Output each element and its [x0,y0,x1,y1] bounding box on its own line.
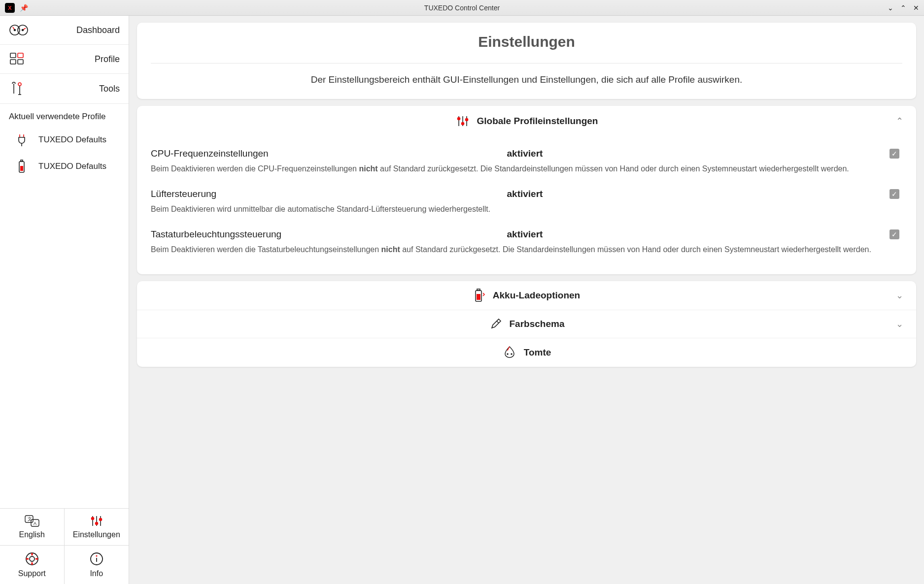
dashboard-icon [9,23,31,37]
minimize-button[interactable]: ⌄ [888,4,893,12]
battery-icon [15,159,29,174]
setting-value: aktiviert [507,148,863,159]
svg-point-27 [96,555,97,557]
sidebar-item-label: Tools [99,84,120,94]
setting-label: Tastaturbeleuchtungssteuerung [151,229,507,240]
settings-label: Einstellungen [73,530,120,539]
sidebar: Dashboard Profile Tools Aktuell verwende… [0,16,129,584]
global-section-title: Globale Profileinstellungen [477,116,598,127]
tools-icon [9,81,31,97]
paintbrush-icon [489,317,503,331]
sidebar-section-label: Aktuell verwendete Profile [0,104,129,127]
sliders-icon [455,115,470,128]
page-description: Der Einstellungsbereich enthält GUI-Eins… [137,64,916,99]
svg-text:文: 文 [28,517,32,521]
svg-point-23 [99,519,102,521]
info-label: Info [90,569,103,578]
settings-button[interactable]: Einstellungen [65,509,129,546]
support-icon [25,552,39,566]
global-profile-settings-card: Globale Profileinstellungen ⌃ CPU-Freque… [137,106,916,274]
pin-icon[interactable]: 📌 [20,4,28,12]
sidebar-item-dashboard[interactable]: Dashboard [0,16,129,45]
svg-point-5 [22,30,24,31]
language-button[interactable]: 文A English [0,509,65,546]
svg-point-22 [95,522,98,525]
svg-point-4 [14,30,16,31]
info-icon [89,552,104,566]
profile-item-battery[interactable]: TUXEDO Defaults [0,153,129,180]
info-button[interactable]: Info [65,546,129,584]
battery-charge-icon [473,288,486,303]
setting-description: Beim Deaktivieren wird unmittelbar die a… [151,203,902,222]
sidebar-item-label: Dashboard [76,25,120,35]
chevron-down-icon: ⌄ [896,319,903,329]
setting-value: aktiviert [507,189,863,199]
section-label: Tomte [524,347,551,358]
language-label: English [19,530,45,539]
sidebar-item-label: Profile [95,54,120,65]
svg-point-25 [30,556,34,561]
content-area: Einstellungen Der Einstellungsbereich en… [129,16,924,584]
svg-rect-37 [477,294,480,300]
section-label: Farbschema [510,319,565,329]
svg-rect-8 [10,60,16,64]
sliders-icon [89,515,104,527]
setting-label: Lüftersteuerung [151,189,507,199]
svg-point-21 [91,518,94,520]
svg-point-32 [457,118,460,120]
svg-point-38 [507,354,508,355]
page-title: Einstellungen [151,33,902,50]
section-tomte[interactable]: Tomte [137,338,916,367]
svg-point-34 [465,119,468,121]
svg-text:A: A [34,521,36,526]
maximize-button[interactable]: ⌃ [900,4,906,12]
profile-icon [9,52,31,66]
svg-rect-9 [18,60,23,64]
setting-value: aktiviert [507,229,863,240]
section-label: Akku-Ladeoptionen [493,290,580,301]
support-label: Support [18,569,46,578]
chevron-up-icon: ⌃ [896,116,903,127]
sidebar-bottom: 文A English Einstellungen Support [0,508,129,584]
app-icon: X [5,3,15,13]
svg-rect-13 [20,166,23,171]
setting-description: Beim Deaktivieren werden die CPU-Frequen… [151,163,902,182]
tomte-icon [502,345,517,360]
more-sections-card: Akku-Ladeoptionen ⌄ Farbschema ⌄ Tomte [137,281,916,367]
chevron-down-icon: ⌄ [896,290,903,301]
svg-rect-12 [21,160,23,162]
setting-keyboard-lighting: Tastaturbeleuchtungssteuerung aktiviert … [151,222,902,244]
sidebar-item-tools[interactable]: Tools [0,74,129,104]
sidebar-item-profile[interactable]: Profile [0,45,129,74]
svg-rect-36 [477,289,480,291]
svg-point-39 [511,354,512,355]
setting-fan-control: Lüftersteuerung aktiviert ✓ [151,182,902,203]
support-button[interactable]: Support [0,546,65,584]
svg-point-33 [461,123,464,125]
fan-control-checkbox[interactable]: ✓ [890,189,899,199]
close-button[interactable]: ✕ [913,4,919,12]
profile-item-label: TUXEDO Defaults [38,135,106,145]
cpu-freq-checkbox[interactable]: ✓ [890,149,899,159]
profile-item-ac[interactable]: TUXEDO Defaults [0,127,129,153]
svg-rect-6 [10,53,16,58]
header-card: Einstellungen Der Einstellungsbereich en… [137,23,916,99]
svg-point-10 [18,83,21,86]
profile-item-label: TUXEDO Defaults [38,162,106,171]
global-section-header[interactable]: Globale Profileinstellungen ⌃ [137,106,916,136]
plug-icon [15,132,29,147]
setting-label: CPU-Frequenzeinstellungen [151,148,507,159]
setting-cpu-freq: CPU-Frequenzeinstellungen aktiviert ✓ [151,141,902,163]
keyboard-lighting-checkbox[interactable]: ✓ [890,229,899,239]
language-icon: 文A [24,515,40,527]
window-title: TUXEDO Control Center [424,4,500,12]
section-color-scheme[interactable]: Farbschema ⌄ [137,310,916,338]
section-battery-options[interactable]: Akku-Ladeoptionen ⌄ [137,281,916,310]
svg-rect-7 [18,53,23,58]
setting-description: Beim Deaktivieren werden die Tastaturbel… [151,244,902,262]
titlebar: X 📌 TUXEDO Control Center ⌄ ⌃ ✕ [0,0,924,16]
